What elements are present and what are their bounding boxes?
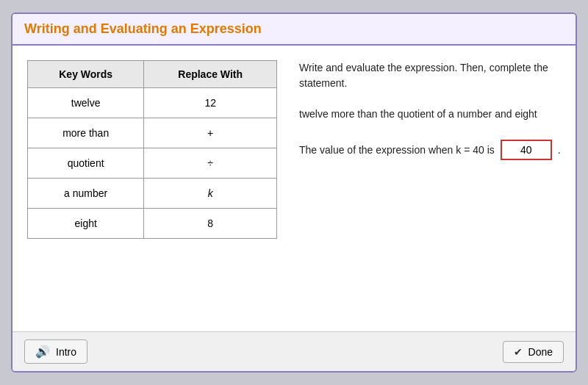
intro-button[interactable]: 🔊 Intro: [24, 339, 87, 364]
checkmark-icon: ✔: [514, 346, 523, 358]
col-header-replace: Replace With: [144, 61, 277, 88]
right-panel: Write and evaluate the expression. Then,…: [299, 60, 561, 317]
table-row: eight 8: [28, 209, 277, 239]
table-row: twelve 12: [28, 88, 277, 118]
value-statement: The value of the expression when k = 40 …: [299, 140, 561, 160]
replace-a-number: k: [144, 179, 277, 209]
expression-text: twelve more than the quotient of a numbe…: [299, 106, 561, 122]
intro-label: Intro: [56, 346, 76, 358]
keyword-eight: eight: [28, 209, 144, 239]
table-row: more than +: [28, 118, 277, 148]
col-header-keywords: Key Words: [28, 61, 144, 88]
main-container: Writing and Evaluating an Expression Key…: [11, 12, 577, 373]
footer: 🔊 Intro ✔ Done: [12, 331, 576, 371]
speaker-icon: 🔊: [35, 345, 50, 359]
title-bar: Writing and Evaluating an Expression: [12, 14, 576, 46]
key-words-table: Key Words Replace With twelve 12 more th…: [27, 60, 277, 239]
value-input[interactable]: [501, 140, 552, 160]
replace-quotient: ÷: [144, 148, 277, 179]
done-button[interactable]: ✔ Done: [503, 341, 564, 363]
table-row: a number k: [28, 179, 277, 209]
replace-more-than: +: [144, 118, 277, 148]
done-label: Done: [528, 346, 553, 358]
keyword-more-than: more than: [28, 118, 144, 148]
period: .: [558, 144, 561, 156]
replace-eight: 8: [144, 209, 277, 239]
replace-twelve: 12: [144, 88, 277, 118]
keyword-quotient: quotient: [28, 148, 144, 179]
keyword-a-number: a number: [28, 179, 144, 209]
content-area: Key Words Replace With twelve 12 more th…: [12, 46, 576, 331]
left-panel: Key Words Replace With twelve 12 more th…: [27, 60, 277, 317]
keyword-twelve: twelve: [28, 88, 144, 118]
table-row: quotient ÷: [28, 148, 277, 179]
instructions-text: Write and evaluate the expression. Then,…: [299, 60, 561, 91]
page-title: Writing and Evaluating an Expression: [24, 21, 262, 36]
value-statement-before: The value of the expression when k = 40 …: [299, 144, 495, 156]
